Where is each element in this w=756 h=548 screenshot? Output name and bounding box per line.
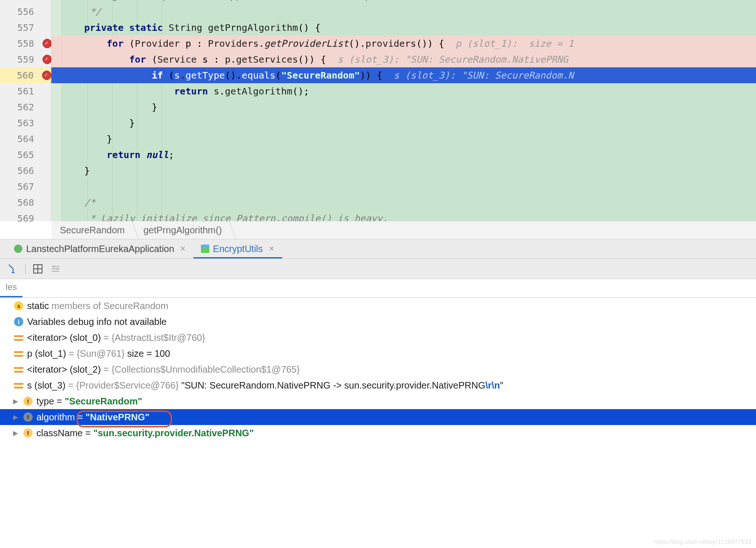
debug-toolbar: [0, 259, 756, 279]
var-p[interactable]: p (slot_1) = {Sun@761} size = 100: [0, 346, 756, 361]
code-line[interactable]: if (s.getType().equals("SecureRandom")) …: [51, 67, 756, 83]
gutter-row[interactable]: 568: [0, 195, 51, 210]
breakpoint-icon[interactable]: [43, 55, 52, 64]
code-line[interactable]: for (Provider p : Providers.getProviderL…: [62, 36, 756, 51]
svg-point-4: [57, 268, 58, 270]
var-iterator-2[interactable]: <iterator> (slot_2) = {Collections$Unmod…: [0, 361, 756, 377]
tab-label: EncryptUtils: [213, 244, 263, 254]
info-icon: i: [14, 317, 23, 326]
breakpoint-icon[interactable]: [43, 39, 52, 48]
gutter-row[interactable]: 567: [0, 179, 51, 195]
gutter-row[interactable]: 569: [0, 210, 51, 226]
watermark: https://blog.csdn.net/syr1136877833: [653, 538, 751, 545]
var-info: i Variables debug info not available: [0, 314, 756, 330]
code-line[interactable]: [62, 179, 756, 195]
var-type[interactable]: ▶ f type = "SecureRandom": [0, 393, 756, 409]
gutter-row[interactable]: 565: [0, 147, 51, 163]
calculator-icon[interactable]: [32, 263, 43, 274]
field-icon: f: [23, 428, 33, 438]
separator: [25, 264, 26, 274]
code-line[interactable]: * registered providers supplies a Secure…: [62, 0, 756, 4]
code-line[interactable]: private static String getPrngAlgorithm()…: [62, 20, 756, 36]
var-classname[interactable]: ▶ f className = "sun.security.provider.N…: [0, 425, 756, 441]
settings-icon[interactable]: [50, 263, 61, 274]
field-icon: f: [23, 397, 33, 406]
tab-variables[interactable]: les: [0, 278, 22, 297]
gutter-row[interactable]: 555: [0, 0, 51, 4]
gutter-row[interactable]: 564: [0, 131, 51, 147]
debug-tabstrip: LanstechPlatformEurekaApplication ✕ Encr…: [0, 239, 756, 259]
collection-icon: [14, 350, 23, 357]
crumb-class[interactable]: SecureRandom: [51, 221, 135, 239]
code-editor[interactable]: 5555565575585595605615625635645655665675…: [0, 0, 756, 221]
gutter-row[interactable]: 562: [0, 99, 51, 115]
breakpoint-icon[interactable]: [42, 71, 51, 80]
var-algorithm[interactable]: ▶ f algorithm = "NativePRNG": [0, 409, 756, 425]
boot-app-icon: [14, 245, 22, 253]
var-iterator-0[interactable]: <iterator> (slot_0) = {AbstractList$Itr@…: [0, 330, 756, 346]
gutter-row[interactable]: 556: [0, 4, 51, 20]
tab-encryptutils[interactable]: EncryptUtils ✕: [193, 239, 282, 258]
breadcrumb: SecureRandom getPrngAlgorithm(): [51, 221, 756, 239]
field-icon: f: [23, 412, 33, 422]
static-icon: s: [14, 301, 23, 310]
code-column[interactable]: * registered providers supplies a Secure…: [62, 0, 756, 221]
expand-icon[interactable]: ▶: [13, 397, 20, 405]
svg-point-3: [53, 266, 55, 267]
evaluate-icon[interactable]: [7, 263, 19, 274]
code-line[interactable]: for (Service s : p.getServices()) { s (s…: [62, 51, 756, 67]
gutter-row[interactable]: 563: [0, 115, 51, 131]
tab-eureka[interactable]: LanstechPlatformEurekaApplication ✕: [7, 239, 193, 258]
gutter-row[interactable]: 560: [0, 67, 51, 83]
close-icon[interactable]: ✕: [180, 245, 186, 253]
close-icon[interactable]: ✕: [269, 245, 275, 253]
var-s[interactable]: s (slot_3) = {Provider$Service@766} "SUN…: [0, 377, 756, 393]
code-line[interactable]: return null;: [62, 147, 756, 163]
code-line[interactable]: /*: [62, 195, 756, 210]
gutter: 5555565575585595605615625635645655665675…: [0, 0, 51, 221]
var-static[interactable]: s static members of SecureRandom: [0, 298, 756, 314]
collection-icon: [14, 382, 23, 389]
expand-icon[interactable]: ▶: [13, 413, 20, 421]
collection-icon: [14, 334, 23, 341]
fold-column: [51, 0, 62, 221]
tab-label: LanstechPlatformEurekaApplication: [26, 244, 174, 254]
expand-icon[interactable]: ▶: [13, 429, 20, 437]
code-line[interactable]: }: [62, 131, 756, 147]
crumb-method[interactable]: getPrngAlgorithm(): [135, 221, 232, 239]
gutter-row[interactable]: 561: [0, 83, 51, 99]
code-line[interactable]: }: [62, 115, 756, 131]
util-icon: [201, 245, 209, 253]
code-line[interactable]: }: [62, 163, 756, 179]
collection-icon: [14, 366, 23, 373]
gutter-row[interactable]: 557: [0, 20, 51, 36]
code-line[interactable]: }: [62, 99, 756, 115]
code-line[interactable]: */: [62, 4, 756, 20]
code-line[interactable]: return s.getAlgorithm();: [62, 83, 756, 99]
variables-panel[interactable]: s static members of SecureRandom i Varia…: [0, 298, 756, 548]
gutter-row[interactable]: 566: [0, 163, 51, 179]
gutter-row[interactable]: 559: [0, 51, 51, 67]
gutter-row[interactable]: 558: [0, 36, 51, 51]
variables-tabs: les: [0, 279, 756, 298]
